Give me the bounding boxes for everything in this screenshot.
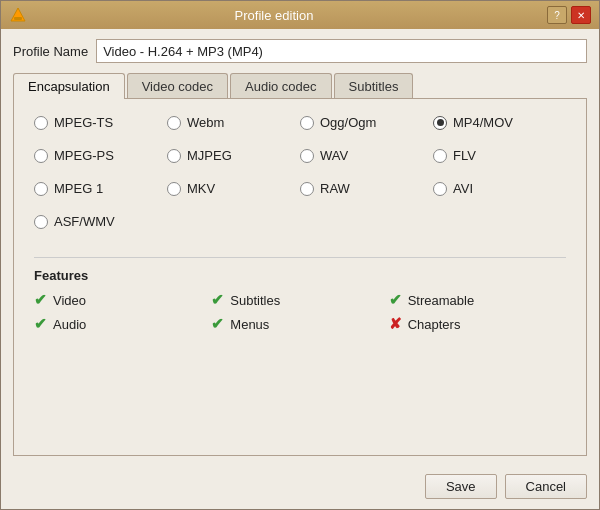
- radio-webm[interactable]: [167, 116, 181, 130]
- option-mp4-mov[interactable]: MP4/MOV: [433, 115, 566, 130]
- save-button[interactable]: Save: [425, 474, 497, 499]
- option-mpeg-ps[interactable]: MPEG-PS: [34, 148, 167, 163]
- radio-mpeg-ts[interactable]: [34, 116, 48, 130]
- option-asf-wmv[interactable]: ASF/WMV: [34, 214, 167, 229]
- title-bar: Profile edition ? ✕: [1, 1, 599, 29]
- features-grid: ✔ Video ✔ Subtitles ✔ Streamable ✔: [34, 291, 566, 333]
- feature-audio: ✔ Audio: [34, 315, 211, 333]
- title-bar-controls: ? ✕: [547, 6, 591, 24]
- features-title: Features: [34, 268, 566, 283]
- feature-subtitles: ✔ Subtitles: [211, 291, 388, 309]
- window-title: Profile edition: [1, 8, 547, 23]
- encapsulation-options: MPEG-TS Webm Ogg/Ogm MP4/MOV: [34, 115, 566, 229]
- profile-edition-window: Profile edition ? ✕ Profile Name Encapsu…: [0, 0, 600, 510]
- content-area: Profile Name Encapsulation Video codec A…: [1, 29, 599, 466]
- option-mpeg-ts[interactable]: MPEG-TS: [34, 115, 167, 130]
- close-button[interactable]: ✕: [571, 6, 591, 24]
- option-mjpeg[interactable]: MJPEG: [167, 148, 300, 163]
- radio-raw[interactable]: [300, 182, 314, 196]
- tab-audio-codec[interactable]: Audio codec: [230, 73, 332, 99]
- bottom-bar: Save Cancel: [1, 466, 599, 509]
- option-avi[interactable]: AVI: [433, 181, 566, 196]
- tabs-container: Encapsulation Video codec Audio codec Su…: [13, 73, 587, 456]
- feature-subtitles-label: Subtitles: [230, 293, 280, 308]
- feature-streamable-label: Streamable: [408, 293, 474, 308]
- tab-content-encapsulation: MPEG-TS Webm Ogg/Ogm MP4/MOV: [13, 98, 587, 456]
- feature-chapters: ✘ Chapters: [389, 315, 566, 333]
- feature-video-label: Video: [53, 293, 86, 308]
- option-wav[interactable]: WAV: [300, 148, 433, 163]
- feature-audio-label: Audio: [53, 317, 86, 332]
- radio-mkv[interactable]: [167, 182, 181, 196]
- radio-flv[interactable]: [433, 149, 447, 163]
- option-ogg-ogm[interactable]: Ogg/Ogm: [300, 115, 433, 130]
- option-webm[interactable]: Webm: [167, 115, 300, 130]
- check-icon: ✔: [211, 315, 224, 333]
- tab-encapsulation[interactable]: Encapsulation: [13, 73, 125, 99]
- radio-mpeg-ps[interactable]: [34, 149, 48, 163]
- profile-name-label: Profile Name: [13, 44, 88, 59]
- radio-avi[interactable]: [433, 182, 447, 196]
- profile-name-row: Profile Name: [13, 39, 587, 63]
- tab-subtitles[interactable]: Subtitles: [334, 73, 414, 99]
- check-icon: ✔: [389, 291, 402, 309]
- profile-name-input[interactable]: [96, 39, 587, 63]
- radio-mp4-mov[interactable]: [433, 116, 447, 130]
- feature-menus-label: Menus: [230, 317, 269, 332]
- tab-bar: Encapsulation Video codec Audio codec Su…: [13, 73, 587, 99]
- feature-menus: ✔ Menus: [211, 315, 388, 333]
- check-icon: ✔: [34, 291, 47, 309]
- option-mkv[interactable]: MKV: [167, 181, 300, 196]
- feature-video: ✔ Video: [34, 291, 211, 309]
- help-button[interactable]: ?: [547, 6, 567, 24]
- radio-asf-wmv[interactable]: [34, 215, 48, 229]
- check-icon: ✔: [211, 291, 224, 309]
- cancel-button[interactable]: Cancel: [505, 474, 587, 499]
- option-mpeg1[interactable]: MPEG 1: [34, 181, 167, 196]
- radio-wav[interactable]: [300, 149, 314, 163]
- option-flv[interactable]: FLV: [433, 148, 566, 163]
- cross-icon: ✘: [389, 315, 402, 333]
- feature-chapters-label: Chapters: [408, 317, 461, 332]
- tab-video-codec[interactable]: Video codec: [127, 73, 228, 99]
- check-icon: ✔: [34, 315, 47, 333]
- radio-mjpeg[interactable]: [167, 149, 181, 163]
- option-raw[interactable]: RAW: [300, 181, 433, 196]
- radio-ogg-ogm[interactable]: [300, 116, 314, 130]
- radio-mpeg1[interactable]: [34, 182, 48, 196]
- feature-streamable: ✔ Streamable: [389, 291, 566, 309]
- features-section: Features ✔ Video ✔ Subtitles ✔ Streamabl: [34, 257, 566, 333]
